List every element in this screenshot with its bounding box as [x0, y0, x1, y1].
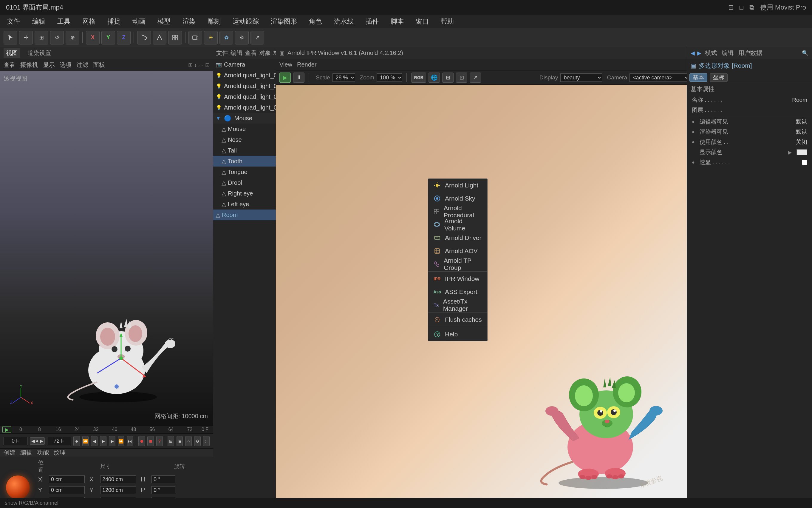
fps-down[interactable]: ◀ — [31, 438, 35, 444]
rotate-tool-btn[interactable]: ↺ — [50, 31, 64, 44]
vmenu-display[interactable]: 显示 — [43, 61, 55, 69]
record-btn[interactable]: ⏺ — [138, 436, 145, 446]
ipr-display-select[interactable]: beauty — [560, 74, 602, 82]
bl-tab-texture[interactable]: 纹理 — [54, 449, 65, 457]
select-tool-btn[interactable] — [4, 31, 17, 44]
tab-render-settings[interactable]: 道染设置 — [25, 48, 54, 58]
menu-plugin[interactable]: 插件 — [363, 16, 381, 27]
viewport-3d[interactable]: 透视视图 — [0, 71, 213, 426]
ipr-play-btn[interactable]: ▶ — [279, 73, 291, 83]
pos-x-input[interactable] — [49, 475, 85, 483]
settings-btn[interactable]: ⚙ — [235, 31, 249, 44]
mouse-group-expand[interactable]: ▼ — [216, 115, 221, 122]
dropdown-procedural[interactable]: Arnold Procedural — [428, 205, 487, 218]
dropdown-tp[interactable]: Arnold TP Group — [428, 258, 487, 271]
dropdown-light[interactable]: Arnold Light — [428, 179, 487, 192]
vmenu-camera[interactable]: 摄像机 — [20, 61, 38, 69]
dropdown-sky[interactable]: Arnold Sky — [428, 192, 487, 205]
editor-vis-radio[interactable]: ● — [692, 119, 697, 124]
ipr-rgb-btn[interactable]: RGB — [411, 73, 426, 83]
hier-file[interactable]: 文件 — [216, 49, 228, 57]
ipr-menu-view[interactable]: View — [279, 61, 292, 68]
prev-frame-btn[interactable]: ◀ — [91, 436, 97, 446]
ipr-zoom2-btn[interactable]: ⊡ — [456, 73, 467, 83]
shape-tool-btn[interactable] — [153, 31, 166, 44]
rot-p-input[interactable] — [151, 486, 175, 494]
dropdown-volume[interactable]: Arnold Volume — [428, 218, 487, 231]
menu-edit[interactable]: 编辑 — [30, 16, 48, 27]
window-controls-icon[interactable]: ⊡ — [728, 4, 733, 11]
display-color-swatch[interactable] — [797, 149, 807, 155]
menu-mesh[interactable]: 网格 — [80, 16, 98, 27]
last-frame-btn[interactable]: ⏭ — [127, 436, 133, 446]
props-search-icon[interactable]: 🔍 — [802, 50, 808, 56]
menu-render[interactable]: 渲染 — [180, 16, 198, 27]
rot-h-input[interactable] — [151, 475, 175, 483]
bl-tab-edit[interactable]: 编辑 — [20, 449, 32, 457]
ipr-globe-btn[interactable]: 🌐 — [429, 73, 440, 83]
maximize-icon[interactable]: □ — [739, 4, 744, 11]
grid-play-btn[interactable]: :: — [203, 436, 210, 446]
transform-tool-btn[interactable]: ⊕ — [65, 31, 79, 44]
dropdown-ass[interactable]: Ass ASS Export — [428, 285, 487, 298]
light3d-btn[interactable]: ☀ — [204, 31, 218, 44]
x-axis-btn[interactable]: X — [86, 31, 100, 44]
ipr-camera-select[interactable]: <active camera> — [629, 74, 689, 82]
z-axis-btn[interactable]: Z — [117, 31, 131, 44]
cursor-btn[interactable]: ↗ — [250, 31, 264, 44]
ipr-menu-render[interactable]: Render — [297, 61, 317, 68]
menu-motion[interactable]: 运动跟踪 — [230, 16, 261, 27]
circle-btn[interactable]: ○ — [185, 436, 192, 446]
props-fwd-icon[interactable]: ▶ — [697, 50, 701, 56]
loop-btn[interactable]: ? — [156, 436, 163, 446]
paint-btn[interactable]: ✿ — [220, 31, 233, 44]
gear-play-btn[interactable]: ⚙ — [194, 436, 201, 446]
transparent-radio[interactable]: ● — [692, 160, 697, 165]
vmenu-panel[interactable]: 面板 — [93, 61, 105, 69]
y-axis-btn[interactable]: Y — [101, 31, 115, 44]
vmenu-look[interactable]: 查看 — [4, 61, 15, 69]
restore-icon[interactable]: ⧉ — [749, 4, 754, 11]
layer-btn[interactable]: ⊞ — [168, 436, 174, 446]
camera3d-btn[interactable] — [188, 31, 202, 44]
menu-anim[interactable]: 动画 — [130, 16, 148, 27]
move-tool-btn[interactable]: ✛ — [19, 31, 33, 44]
bl-tab-create[interactable]: 创建 — [4, 449, 15, 457]
dropdown-help[interactable]: ? Help — [428, 328, 487, 341]
dropdown-aov[interactable]: Arnold AOV — [428, 245, 487, 258]
hier-view[interactable]: 查看 — [245, 49, 257, 57]
menu-model[interactable]: 模型 — [155, 16, 173, 27]
menu-help[interactable]: 帮助 — [438, 16, 456, 27]
render-vis-radio[interactable]: ● — [692, 129, 697, 135]
ipr-fit-btn[interactable]: ⊞ — [442, 73, 453, 83]
menu-pipeline[interactable]: 流水线 — [332, 16, 356, 27]
bend-tool-btn[interactable] — [137, 31, 151, 44]
start-frame-input[interactable] — [4, 437, 28, 445]
hier-edit[interactable]: 编辑 — [231, 49, 242, 57]
ipr-pause-btn[interactable]: ⏸ — [293, 73, 304, 83]
ipr-scale-select[interactable]: 28 % — [333, 74, 355, 82]
menu-sculpt[interactable]: 雕刻 — [205, 16, 223, 27]
scale-tool-btn[interactable]: ⊞ — [35, 31, 48, 44]
fps-up[interactable]: ▶ — [40, 438, 43, 444]
menu-tools[interactable]: 工具 — [55, 16, 73, 27]
props-tab-basic[interactable]: 基本 — [689, 74, 707, 82]
use-color-radio[interactable]: ● — [692, 139, 697, 145]
vmenu-options[interactable]: 选项 — [60, 61, 71, 69]
dropdown-asset[interactable]: Tx Asset/Tx Manager — [428, 298, 487, 311]
stop-btn[interactable]: ⏹ — [147, 436, 154, 446]
mesh-tool-btn[interactable] — [168, 31, 182, 44]
props-back-icon[interactable]: ◀ — [690, 50, 695, 56]
menu-snap[interactable]: 捕捉 — [105, 16, 123, 27]
size-y-input[interactable] — [100, 486, 136, 494]
prev-keyframe-btn[interactable]: ⏪ — [82, 436, 89, 446]
next-frame-btn[interactable]: ▶ — [109, 436, 115, 446]
menu-script[interactable]: 脚本 — [388, 16, 406, 27]
dropdown-flush[interactable]: Flush caches — [428, 313, 487, 326]
vmenu-filter[interactable]: 过滤 — [76, 61, 88, 69]
display-color-arrow[interactable]: ▶ — [788, 150, 792, 155]
tab-view[interactable]: 视图 — [4, 48, 20, 58]
menu-rendergraph[interactable]: 渲染图形 — [269, 16, 299, 27]
menu-file[interactable]: 文件 — [5, 16, 23, 27]
ipr-zoom-select[interactable]: 100 % — [377, 74, 402, 82]
